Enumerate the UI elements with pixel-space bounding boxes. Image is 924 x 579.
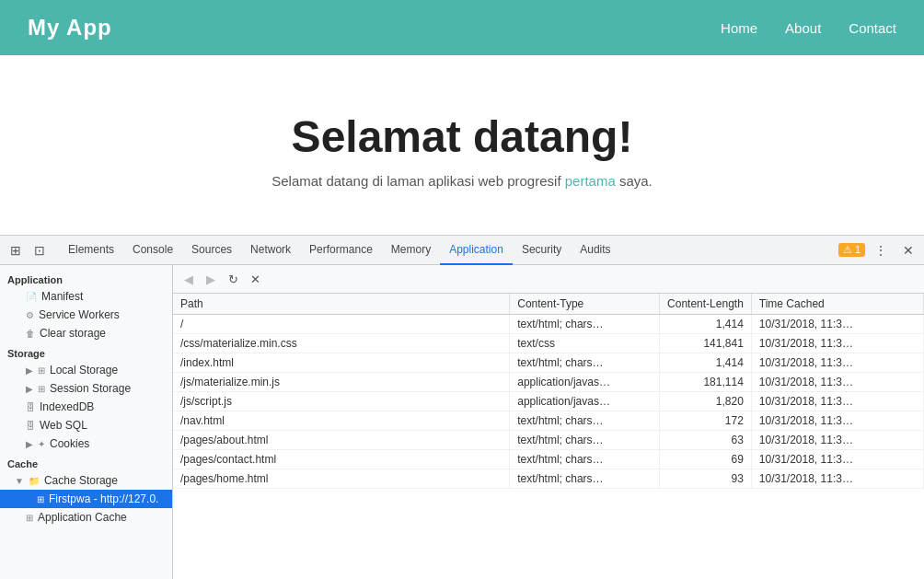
more-options-icon[interactable]: ⋮	[870, 239, 892, 261]
cell-cached: 10/31/2018, 11:3…	[751, 392, 923, 411]
clear-icon: 🗑	[26, 329, 35, 339]
cell-type: application/javas…	[510, 373, 660, 392]
sidebar-item-service-workers[interactable]: ⚙ Service Workers	[0, 306, 172, 324]
cell-length: 181,114	[660, 373, 752, 392]
sidebar-item-clear-storage[interactable]: 🗑 Clear storage	[0, 324, 172, 342]
inspect-icon[interactable]: ⊡	[29, 239, 51, 261]
cell-path: /	[173, 315, 510, 334]
cell-cached: 10/31/2018, 11:3…	[751, 315, 923, 334]
cell-path: /pages/contact.html	[173, 450, 510, 469]
sidebar-item-firstpwa[interactable]: ⊞ Firstpwa - http://127.0.	[0, 490, 172, 508]
cell-type: text/html; chars…	[510, 450, 660, 469]
cell-cached: 10/31/2018, 11:3…	[751, 469, 923, 489]
devtools-body: Application 📄 Manifest ⚙ Service Workers…	[0, 265, 924, 579]
table-row[interactable]: /js/script.js application/javas… 1,820 1…	[173, 392, 924, 411]
tab-memory[interactable]: Memory	[382, 236, 440, 265]
cache-folder-icon: 📁	[29, 476, 40, 486]
cell-length: 69	[660, 450, 752, 469]
cell-length: 172	[660, 411, 752, 431]
cell-type: application/javas…	[510, 392, 660, 411]
tab-audits[interactable]: Audits	[571, 236, 619, 265]
cell-path: /pages/home.html	[173, 469, 510, 489]
tab-security[interactable]: Security	[513, 236, 571, 265]
grid-icon2: ⊞	[38, 384, 45, 394]
table-row[interactable]: /css/materialize.min.css text/css 141,84…	[173, 334, 924, 353]
subtoolbar: ◀ ▶ ↻ ✕	[173, 265, 924, 294]
back-button[interactable]: ◀	[179, 269, 199, 289]
col-header-path: Path	[173, 294, 510, 315]
devtools-tabbar: ⊞ ⊡ Elements Console Sources Network Per…	[0, 236, 924, 265]
warning-badge: ⚠ 1	[838, 243, 865, 257]
refresh-button[interactable]: ↻	[223, 269, 243, 289]
cell-cached: 10/31/2018, 11:3…	[751, 411, 923, 431]
expand-icon3: ▶	[26, 439, 33, 449]
cell-length: 141,841	[660, 334, 752, 353]
grid-icon: ⊞	[38, 365, 45, 376]
main-content: Selamat datang! Selamat datang di laman …	[0, 55, 924, 235]
cache-table-container: Path Content-Type Content-Length Time Ca…	[173, 294, 924, 579]
db-icon: 🗄	[26, 402, 35, 412]
dock-icon[interactable]: ⊞	[5, 239, 27, 261]
tab-right-area: ⚠ 1 ⋮ ✕	[838, 239, 920, 261]
cell-length: 1,414	[660, 315, 752, 334]
app-bar: My App Home About Contact	[0, 0, 924, 55]
cell-type: text/html; chars…	[510, 353, 660, 373]
expand-icon: ▶	[26, 365, 33, 376]
sidebar-item-manifest[interactable]: 📄 Manifest	[0, 287, 172, 306]
tab-application[interactable]: Application	[440, 236, 513, 265]
col-header-cached: Time Cached	[751, 294, 923, 315]
sidebar-item-application-cache[interactable]: ⊞ Application Cache	[0, 508, 172, 527]
table-row[interactable]: /pages/home.html text/html; chars… 93 10…	[173, 469, 924, 489]
sidebar-item-websql[interactable]: 🗄 Web SQL	[0, 416, 172, 434]
app-nav: Home About Contact	[721, 20, 896, 36]
forward-button[interactable]: ▶	[201, 269, 221, 289]
close-devtools-icon[interactable]: ✕	[897, 239, 919, 261]
cell-type: text/html; chars…	[510, 411, 660, 431]
app-title: My App	[28, 15, 112, 41]
main-heading: Selamat datang!	[292, 111, 633, 162]
sidebar-item-cache-storage[interactable]: ▼ 📁 Cache Storage	[0, 471, 172, 490]
cell-type: text/html; chars…	[510, 315, 660, 334]
sidebar-section-storage: Storage	[0, 342, 172, 361]
cell-type: text/html; chars…	[510, 469, 660, 489]
db2-icon: 🗄	[26, 421, 35, 431]
cell-path: /pages/about.html	[173, 431, 510, 450]
nav-home[interactable]: Home	[721, 20, 757, 36]
subtitle-after: saya.	[616, 173, 653, 189]
cell-cached: 10/31/2018, 11:3…	[751, 450, 923, 469]
nav-contact[interactable]: Contact	[849, 20, 896, 36]
cell-type: text/css	[510, 334, 660, 353]
main-subtitle: Selamat datang di laman aplikasi web pro…	[271, 173, 653, 189]
sidebar-item-local-storage[interactable]: ▶ ⊞ Local Storage	[0, 361, 172, 379]
tab-console[interactable]: Console	[123, 236, 182, 265]
table-row[interactable]: /pages/about.html text/html; chars… 63 1…	[173, 431, 924, 450]
cell-path: /css/materialize.min.css	[173, 334, 510, 353]
nav-about[interactable]: About	[785, 20, 821, 36]
table-row[interactable]: /pages/contact.html text/html; chars… 69…	[173, 450, 924, 469]
cookie-icon: ✦	[38, 439, 45, 449]
table-row[interactable]: / text/html; chars… 1,414 10/31/2018, 11…	[173, 315, 924, 334]
cell-path: /nav.html	[173, 411, 510, 431]
tab-performance[interactable]: Performance	[300, 236, 382, 265]
sidebar-item-cookies[interactable]: ▶ ✦ Cookies	[0, 434, 172, 453]
devtools-sidebar: Application 📄 Manifest ⚙ Service Workers…	[0, 265, 173, 579]
tab-sources[interactable]: Sources	[182, 236, 241, 265]
table-row[interactable]: /js/materialize.min.js application/javas…	[173, 373, 924, 392]
grid-icon4: ⊞	[26, 513, 33, 523]
cell-path: /js/materialize.min.js	[173, 373, 510, 392]
table-row[interactable]: /index.html text/html; chars… 1,414 10/3…	[173, 353, 924, 373]
sidebar-item-session-storage[interactable]: ▶ ⊞ Session Storage	[0, 379, 172, 398]
sidebar-item-indexeddb[interactable]: 🗄 IndexedDB	[0, 398, 172, 416]
devtools-main-panel: ◀ ▶ ↻ ✕ Path Content-Type Content-Length…	[173, 265, 924, 579]
sidebar-section-cache: Cache	[0, 453, 172, 471]
tab-elements[interactable]: Elements	[59, 236, 123, 265]
cell-type: text/html; chars…	[510, 431, 660, 450]
table-row[interactable]: /nav.html text/html; chars… 172 10/31/20…	[173, 411, 924, 431]
cell-length: 1,414	[660, 353, 752, 373]
subtitle-before: Selamat datang di laman aplikasi web pro…	[271, 173, 565, 189]
cell-path: /js/script.js	[173, 392, 510, 411]
clear-button[interactable]: ✕	[245, 269, 265, 289]
tab-network[interactable]: Network	[241, 236, 300, 265]
grid-icon3: ⊞	[37, 494, 44, 504]
cell-path: /index.html	[173, 353, 510, 373]
